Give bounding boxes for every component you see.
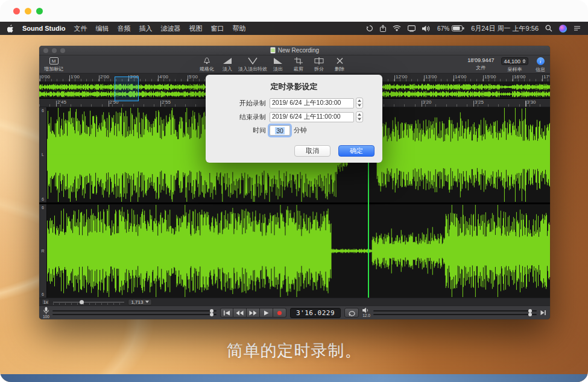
fade-in-button[interactable]: 淡入 <box>218 57 237 72</box>
stepper-up-icon[interactable] <box>356 98 362 103</box>
menu-clock[interactable]: 6月24日 周一 上午9:56 <box>471 24 539 33</box>
skip-start-icon <box>223 310 230 316</box>
duration-selected-text: 30 <box>275 127 285 134</box>
ruler-label: 3'25 <box>475 99 484 105</box>
delete-icon <box>336 57 344 64</box>
apple-menu-icon[interactable] <box>7 25 14 33</box>
close-window-button[interactable] <box>13 8 20 14</box>
skip-start-button[interactable] <box>220 308 233 318</box>
duration-field[interactable]: 30 <box>270 125 290 136</box>
input-level-group: 100 <box>43 307 217 319</box>
battery-percent: 67% <box>437 25 449 32</box>
menu-item-help[interactable]: 帮助 <box>232 24 245 33</box>
info-icon[interactable] <box>537 57 545 65</box>
share-icon[interactable] <box>380 25 386 32</box>
notification-center-icon[interactable] <box>574 25 581 31</box>
menu-item-view[interactable]: 视图 <box>189 24 202 33</box>
duration-suffix: 分钟 <box>294 126 307 135</box>
menu-item-filter[interactable]: 滤波器 <box>160 24 180 33</box>
fade-out-button[interactable]: 淡出 <box>268 57 288 72</box>
end-record-field[interactable]: 2019/ 6/24 上午11:00:00 <box>270 112 354 122</box>
output-level-sliders[interactable] <box>373 310 537 315</box>
end-record-stepper[interactable] <box>356 111 363 122</box>
marker-icon <box>49 57 58 64</box>
duration-label: 时间 <box>206 126 266 135</box>
zoom-slider-knob[interactable] <box>80 300 84 304</box>
stepper-down-icon[interactable] <box>356 117 362 122</box>
input-level-value: 100 <box>43 315 49 319</box>
ruler-label: 0'00 <box>41 74 50 80</box>
toolbar: 增加标记 规格化 淡入 淡入淡出特效 <box>39 55 550 74</box>
split-icon <box>314 57 324 64</box>
window-titlebar[interactable]: New Recording <box>39 46 550 55</box>
fade-in-out-button[interactable]: 淡入淡出特效 <box>238 57 267 72</box>
info-control: 信息 <box>536 57 545 73</box>
play-icon <box>264 310 269 316</box>
dialog-title: 定时录影设定 <box>206 75 382 98</box>
split-button[interactable]: 拆分 <box>309 57 329 72</box>
mockup-titlebar <box>0 0 588 22</box>
marketing-caption: 简单的定时录制。 <box>0 340 588 362</box>
add-marker-button[interactable]: 增加标记 <box>44 57 63 72</box>
sample-rate-control: 44,100 采样率 <box>501 57 528 73</box>
dropdown-caret-icon <box>145 301 149 303</box>
timed-recording-dialog: 定时录影设定 开始录制 2019/ 6/24 上午10:30:00 结束录制 2… <box>206 75 382 163</box>
ruler-label: 3'30 <box>527 99 536 105</box>
skip-end-icon[interactable] <box>540 310 546 316</box>
waveform-canvas-right[interactable] <box>47 204 550 298</box>
ruler-label: 5'00 <box>189 74 198 80</box>
ruler-label: 13'00 <box>425 74 437 80</box>
time-machine-icon[interactable] <box>366 25 373 32</box>
stepper-down-icon[interactable] <box>356 103 362 108</box>
zoom-slider[interactable] <box>53 299 124 305</box>
track-right-gutter: 6 R 6 <box>39 204 47 298</box>
ok-button[interactable]: 确定 <box>338 145 375 157</box>
battery-indicator[interactable]: 67% <box>437 25 464 32</box>
loop-button[interactable] <box>344 308 359 318</box>
menu-item-edit[interactable]: 编辑 <box>95 24 109 33</box>
window-controls[interactable] <box>43 48 65 53</box>
app-menu-title[interactable]: Sound Studio <box>22 25 65 32</box>
siri-icon[interactable] <box>559 25 567 33</box>
input-level-sliders[interactable] <box>52 310 217 315</box>
record-button[interactable] <box>273 308 286 318</box>
fade-in-out-icon <box>248 57 258 64</box>
zoom-window-button[interactable] <box>36 8 43 14</box>
wifi-icon[interactable] <box>393 25 401 32</box>
ruler-label: 1'00 <box>71 74 80 80</box>
start-record-stepper[interactable] <box>356 98 363 108</box>
play-button[interactable] <box>260 308 273 318</box>
output-slider-knob[interactable] <box>528 313 532 316</box>
window-title: New Recording <box>278 47 319 54</box>
start-record-label: 开始录制 <box>206 99 266 108</box>
menu-item-insert[interactable]: 插入 <box>139 24 152 33</box>
input-slider-knob[interactable] <box>210 313 213 316</box>
start-record-field[interactable]: 2019/ 6/24 上午10:30:00 <box>270 98 354 108</box>
menu-bar: Sound Studio 文件 编辑 音频 插入 滤波器 视图 窗口 帮助 <box>0 22 588 35</box>
menu-item-window[interactable]: 窗口 <box>210 24 224 33</box>
fast-forward-button[interactable] <box>247 308 260 318</box>
trim-button[interactable]: 裁剪 <box>289 57 308 72</box>
zoom-factor-button[interactable]: 1x <box>42 299 49 305</box>
volume-icon[interactable] <box>422 25 431 32</box>
minimize-window-button[interactable] <box>25 8 31 14</box>
screenshot-frame: Sound Studio 文件 编辑 音频 插入 滤波器 视图 窗口 帮助 <box>0 0 588 382</box>
delete-button[interactable]: 删除 <box>330 57 349 72</box>
menu-item-file[interactable]: 文件 <box>74 24 87 33</box>
zoom-value-dropdown[interactable]: 1,713 <box>128 299 152 305</box>
rewind-button[interactable] <box>233 308 247 318</box>
display-icon[interactable] <box>408 25 416 32</box>
transport-buttons <box>220 308 286 318</box>
normalize-button[interactable]: 规格化 <box>197 57 217 72</box>
fade-in-icon <box>223 57 232 64</box>
cancel-button[interactable]: 取消 <box>294 145 330 157</box>
normalize-icon <box>202 57 212 64</box>
overview-selection-box[interactable] <box>115 77 139 101</box>
stepper-up-icon[interactable] <box>356 112 362 117</box>
spotlight-icon[interactable] <box>545 25 552 32</box>
menu-item-audio[interactable]: 音频 <box>117 24 130 33</box>
transport-bar: 100 <box>39 305 550 319</box>
ruler-label: 17'00 <box>543 74 550 80</box>
ruler-label: 15'00 <box>484 74 496 80</box>
sample-rate-stepper[interactable]: 44,100 <box>501 57 528 65</box>
